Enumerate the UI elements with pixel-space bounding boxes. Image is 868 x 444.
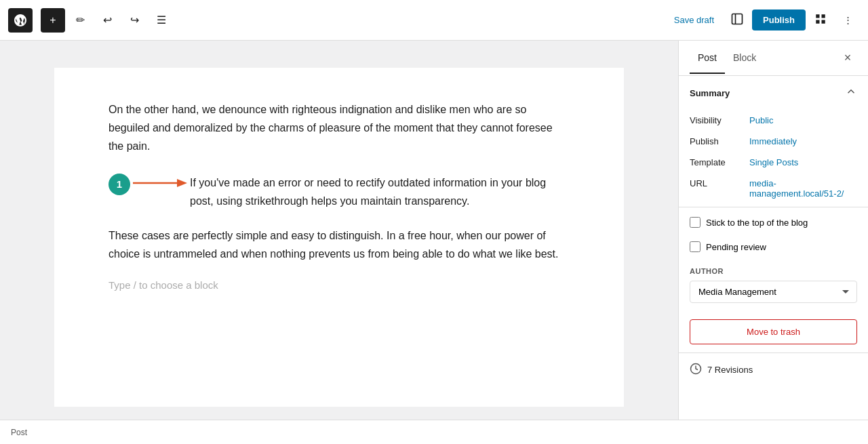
editor-content[interactable]: On the other hand, we denounce with righ…	[54, 68, 624, 407]
summary-section-header[interactable]: Summary	[679, 76, 868, 110]
editor-area: On the other hand, we denounce with righ…	[0, 41, 678, 420]
sidebar-body: Summary Visibility Public Publish Immedi…	[679, 76, 868, 420]
move-to-trash-button[interactable]: Move to trash	[690, 319, 857, 344]
status-bar: Post	[0, 420, 868, 444]
redo-button[interactable]: ↪	[122, 8, 146, 33]
step-badge: 1	[108, 174, 130, 195]
document-overview-button[interactable]: ☰	[149, 8, 174, 33]
publish-value[interactable]: Immediately	[749, 136, 797, 146]
pencil-icon: ✏	[76, 14, 85, 26]
pending-review-row: Pending review	[679, 235, 868, 259]
view-button[interactable]	[725, 8, 749, 33]
publish-button[interactable]: Publish	[752, 9, 806, 31]
ellipsis-icon: ⋮	[844, 15, 852, 25]
save-draft-button[interactable]: Save draft	[666, 11, 722, 29]
paragraph-3[interactable]: These cases are perfectly simple and eas…	[108, 226, 570, 263]
arrow-icon	[133, 176, 187, 190]
author-section-label: AUTHOR	[690, 267, 857, 275]
settings-icon	[814, 13, 827, 27]
redo-icon: ↪	[130, 14, 139, 26]
step-row: 1 If you've made an error or need to rec…	[108, 172, 570, 210]
author-section: AUTHOR Media Management Admin Editor	[679, 259, 868, 311]
template-label: Template	[690, 157, 744, 167]
main-layout: On the other hand, we denounce with righ…	[0, 41, 868, 420]
revisions-row[interactable]: 7 Revisions	[679, 352, 868, 386]
add-icon: +	[50, 14, 56, 26]
stick-to-top-label: Stick to the top of the blog	[706, 218, 808, 228]
svg-marker-7	[177, 179, 187, 187]
visibility-row: Visibility Public	[679, 110, 868, 131]
svg-rect-5	[816, 20, 819, 24]
url-label: URL	[690, 178, 744, 188]
author-select[interactable]: Media Management Admin Editor	[690, 281, 857, 303]
tab-block[interactable]: Block	[725, 43, 764, 74]
revisions-label: 7 Revisions	[707, 365, 753, 375]
visibility-label: Visibility	[690, 115, 744, 125]
url-value[interactable]: media-management.local/51-2/	[749, 178, 857, 199]
svg-rect-4	[822, 20, 825, 24]
undo-button[interactable]: ↩	[95, 8, 119, 33]
close-sidebar-button[interactable]: ×	[838, 49, 857, 68]
pending-review-checkbox[interactable]	[690, 241, 701, 252]
url-row: URL media-management.local/51-2/	[679, 173, 868, 204]
template-value[interactable]: Single Posts	[749, 157, 798, 167]
settings-button[interactable]	[808, 8, 833, 33]
publish-row: Publish Immediately	[679, 131, 868, 152]
close-icon: ×	[844, 51, 852, 65]
stick-to-top-row: Stick to the top of the blog	[679, 210, 868, 235]
tab-post[interactable]: Post	[690, 43, 725, 74]
tools-button[interactable]: ✏	[68, 8, 92, 33]
svg-rect-3	[822, 14, 825, 18]
visibility-value[interactable]: Public	[749, 115, 773, 125]
sidebar-panel: Post Block × Summary Visibility Public P…	[678, 41, 868, 420]
list-view-icon: ☰	[157, 14, 166, 26]
sidebar-tabs: Post Block ×	[679, 41, 868, 76]
undo-icon: ↩	[103, 14, 112, 26]
block-placeholder[interactable]: Type / to choose a block	[108, 279, 570, 291]
chevron-up-icon	[845, 85, 857, 100]
svg-rect-2	[816, 14, 819, 18]
stick-to-top-checkbox[interactable]	[690, 217, 701, 228]
step-arrow	[133, 176, 187, 190]
step-paragraph[interactable]: If you've made an error or need to recti…	[190, 174, 570, 210]
pending-review-label: Pending review	[706, 242, 766, 252]
paragraph-1[interactable]: On the other hand, we denounce with righ…	[108, 100, 570, 156]
summary-title: Summary	[690, 88, 730, 98]
sidebar-divider-1	[679, 207, 868, 207]
revisions-icon	[690, 363, 702, 377]
more-options-button[interactable]: ⋮	[835, 8, 860, 33]
view-icon	[730, 12, 744, 28]
status-bar-label: Post	[11, 428, 27, 437]
template-row: Template Single Posts	[679, 152, 868, 173]
main-toolbar: + ✏ ↩ ↪ ☰ Save draft Publish ⋮	[0, 0, 868, 41]
wordpress-logo[interactable]	[8, 8, 33, 33]
add-block-button[interactable]: +	[41, 8, 65, 33]
publish-label: Publish	[690, 136, 744, 146]
wp-logo-icon	[14, 14, 27, 27]
svg-rect-0	[732, 14, 743, 24]
